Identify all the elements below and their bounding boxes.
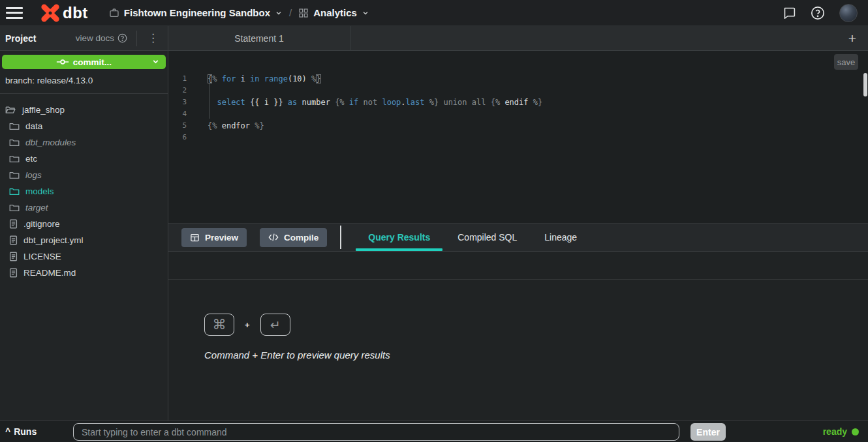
chevron-up-icon: ^ — [5, 426, 10, 437]
top-nav-bar: dbt Fishtown Engineering Sandbox / Analy… — [0, 0, 868, 26]
code-area[interactable]: 1{% for i in range(10) %}23 select {{ i … — [168, 73, 861, 143]
tree-item-dbt-modules[interactable]: dbt_modules — [0, 134, 168, 151]
tree-item-license[interactable]: LICENSE — [0, 248, 168, 265]
dbt-logo: dbt — [40, 3, 88, 23]
chevron-down-icon — [151, 57, 160, 66]
status-indicator: ready — [823, 421, 859, 442]
tree-item-target[interactable]: target — [0, 199, 168, 216]
code-line-1: 1{% for i in range(10) %} — [168, 73, 861, 85]
code-line-4: 4 — [168, 108, 861, 120]
tree-item-etc[interactable]: etc — [0, 151, 168, 167]
user-avatar[interactable] — [839, 4, 858, 22]
line-number: 3 — [168, 96, 191, 108]
file-icon — [9, 235, 18, 245]
runs-toggle[interactable]: ^ Runs — [5, 426, 37, 437]
help-circle-icon — [117, 33, 127, 43]
tree-item-jaffle-shop[interactable]: jaffle_shop — [0, 102, 168, 118]
results-tabs: Query ResultsCompiled SQLLineage — [356, 224, 589, 251]
tree-item--gitignore[interactable]: .gitignore — [0, 216, 168, 232]
table-icon — [190, 233, 200, 243]
dbt-command-input[interactable] — [73, 423, 679, 441]
code-editor[interactable]: save 1{% for i in range(10) %}23 select … — [168, 51, 868, 224]
tree-item-label: models — [25, 186, 54, 196]
line-number: 5 — [168, 120, 191, 132]
file-icon — [9, 268, 18, 278]
hint-text: Command + Enter to preview query results — [204, 349, 390, 361]
folder-open-icon — [5, 105, 16, 115]
results-toolbar: Preview Compile Query ResultsCompiled SQ… — [168, 224, 868, 252]
code-line-3: 3 select {{ i }} as number {% if not loo… — [168, 96, 861, 108]
commit-row: commit... — [0, 51, 168, 69]
sidebar-header: Project view docs ⋮ — [0, 26, 168, 51]
enter-key-icon: ↵ — [260, 314, 290, 336]
dbt-logo-text: dbt — [63, 4, 88, 22]
chevron-down-icon — [275, 9, 283, 17]
editor-scrollbar[interactable] — [863, 73, 867, 96]
line-number: 2 — [168, 85, 191, 96]
query-results-pane: ⌘ + ↵ Command + Enter to preview query r… — [168, 252, 868, 420]
compile-button[interactable]: Compile — [260, 228, 327, 247]
save-button[interactable]: save — [834, 54, 858, 70]
tree-item-label: README.md — [23, 268, 76, 278]
view-docs-link[interactable]: view docs — [76, 33, 127, 43]
breadcrumb-separator: / — [289, 7, 292, 18]
folder-icon — [9, 203, 20, 213]
enter-button[interactable]: Enter — [690, 423, 726, 441]
tree-item-label: etc — [25, 154, 37, 164]
chevron-down-icon — [362, 9, 369, 17]
folder-icon — [9, 171, 20, 180]
file-icon — [9, 252, 18, 261]
preview-label: Preview — [205, 233, 238, 243]
help-icon[interactable] — [811, 6, 825, 20]
folder-icon — [9, 155, 20, 164]
tree-item-data[interactable]: data — [0, 118, 168, 134]
environment-name: Analytics — [313, 7, 357, 18]
dbt-ide-window: dbt Fishtown Engineering Sandbox / Analy… — [0, 0, 868, 442]
tree-item-models[interactable]: models — [0, 183, 168, 199]
branch-label: branch: release/4.13.0 — [0, 69, 168, 94]
code-icon — [268, 233, 279, 242]
commit-button[interactable]: commit... — [2, 55, 166, 69]
tree-item-label: target — [25, 203, 48, 213]
compile-label: Compile — [284, 233, 318, 243]
environment-selector[interactable]: Analytics — [298, 7, 369, 18]
preview-hint: ⌘ + ↵ Command + Enter to preview query r… — [204, 314, 390, 361]
file-tree: jaffle_shopdatadbt_modulesetclogsmodelst… — [0, 94, 168, 281]
tab-query-results[interactable]: Query Results — [356, 224, 442, 251]
dbt-logo-icon — [40, 3, 60, 23]
tab-compiled-sql[interactable]: Compiled SQL — [445, 224, 529, 251]
account-name: Fishtown Engineering Sandbox — [124, 7, 270, 18]
account-selector[interactable]: Fishtown Engineering Sandbox — [109, 7, 283, 18]
chat-icon[interactable] — [783, 6, 796, 20]
tree-item-label: LICENSE — [23, 252, 61, 261]
tab-lineage[interactable]: Lineage — [532, 224, 589, 251]
code-line-5: 5{% endfor %} — [168, 120, 861, 132]
tree-item-logs[interactable]: logs — [0, 167, 168, 183]
commit-label: commit... — [73, 57, 112, 67]
sidebar-menu-icon[interactable]: ⋮ — [144, 33, 163, 44]
editor-tab-bar: Statement 1 + — [168, 26, 868, 51]
grid-icon — [298, 8, 309, 18]
tree-item-label: data — [25, 121, 42, 131]
hamburger-menu-icon[interactable] — [6, 7, 23, 19]
new-tab-button[interactable]: + — [842, 26, 863, 50]
tree-item-readme-md[interactable]: README.md — [0, 265, 168, 281]
tab-statement-1[interactable]: Statement 1 — [168, 26, 350, 50]
command-bar: ^ Runs Enter ready — [0, 420, 868, 442]
briefcase-icon — [109, 8, 119, 18]
indent-guide — [209, 83, 209, 119]
header-divider — [136, 31, 137, 46]
topbar-actions — [783, 4, 858, 22]
preview-button[interactable]: Preview — [181, 228, 247, 247]
status-label: ready — [823, 426, 847, 437]
tree-item-dbt-project-yml[interactable]: dbt_project.yml — [0, 232, 168, 248]
tree-item-label: dbt_modules — [25, 138, 76, 147]
toolbar-divider — [340, 226, 341, 249]
tree-item-label: logs — [25, 170, 42, 180]
folder-icon — [9, 138, 20, 147]
runs-label: Runs — [14, 426, 37, 437]
code-line-2: 2 — [168, 85, 861, 96]
line-number: 1 — [168, 73, 191, 85]
main-panel: Statement 1 + save 1{% for i in range(10… — [168, 26, 868, 420]
sidebar-title: Project — [5, 33, 36, 44]
